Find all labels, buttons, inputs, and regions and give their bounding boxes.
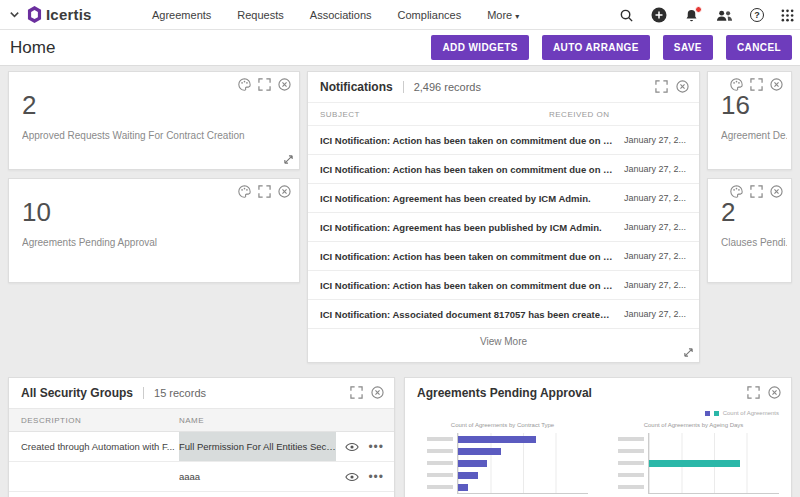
row-actions: ••• (336, 462, 394, 491)
legend-swatch-teal (714, 411, 719, 416)
widget-controls (238, 185, 291, 198)
ellipsis-menu-icon[interactable]: ••• (368, 441, 384, 453)
notifications-bell-icon[interactable] (684, 8, 699, 23)
search-icon[interactable] (619, 8, 634, 23)
close-icon[interactable] (371, 386, 384, 399)
widget-agreements-chart: Agreements Pending Approval Count of Agr… (404, 377, 792, 497)
users-icon[interactable] (716, 9, 733, 22)
expand-icon[interactable] (750, 185, 763, 198)
nav-more-label: More (487, 9, 512, 21)
expand-icon[interactable] (350, 386, 363, 399)
top-navigation-bar: Icertis Agreements Requests Associations… (0, 0, 800, 30)
chart-ageing-days: Count of Agreements by Ageing Days (608, 422, 779, 494)
add-widgets-button[interactable]: ADD WIDGETS (431, 35, 529, 60)
expand-icon[interactable] (747, 386, 760, 399)
eye-icon[interactable] (345, 442, 359, 452)
icertis-logo-icon (27, 6, 42, 23)
close-icon[interactable] (278, 185, 291, 198)
widget-approved-requests: 2 Approved Requests Waiting For Contract… (8, 71, 300, 170)
group-description: Created through Automation with F... (9, 432, 179, 461)
notification-row[interactable]: ICI Notification: Agreement has been pub… (308, 213, 699, 242)
palette-icon[interactable] (238, 78, 251, 91)
chart: Count of Agreements Count of Agreements … (417, 408, 779, 497)
expand-icon[interactable] (750, 78, 763, 91)
notification-row[interactable]: ICI Notification: Action has been taken … (308, 126, 699, 155)
nav-more[interactable]: More▾ (487, 9, 519, 21)
notification-subject: ICI Notification: Action has been taken … (308, 135, 621, 146)
help-icon[interactable]: ? (750, 8, 764, 22)
notification-date: January 27, 2... (621, 280, 699, 290)
notification-date: January 27, 2... (621, 309, 699, 319)
dashboard: 2 Approved Requests Waiting For Contract… (0, 67, 800, 497)
stat-label: Approved Requests Waiting For Contract C… (22, 130, 295, 141)
stat-label: Agreements Pending Approval (22, 237, 295, 248)
resize-handle-icon[interactable] (283, 154, 294, 165)
page-actions: ADD WIDGETS AUTO ARRANGE SAVE CANCEL (431, 35, 792, 60)
question-mark-icon: ? (750, 8, 764, 22)
brand-logo[interactable]: Icertis (27, 6, 92, 23)
chart-legend: Count of Agreements (417, 408, 779, 418)
notification-row[interactable]: ICI Notification: Agreement has been cre… (308, 184, 699, 213)
apps-grid-icon[interactable] (781, 9, 794, 22)
widget-title: Agreements Pending Approval (417, 386, 592, 400)
chart-title: Count of Agreements by Ageing Days (608, 422, 779, 431)
chevron-down-icon[interactable] (8, 8, 21, 21)
notification-subject: ICI Notification: Action has been taken … (308, 280, 621, 291)
widget-header: Notifications 2,496 records (308, 72, 699, 102)
notification-row[interactable]: ICI Notification: Action has been taken … (308, 271, 699, 300)
chart-bar (458, 472, 478, 479)
column-description[interactable]: DESCRIPTION (9, 416, 179, 425)
notification-row[interactable]: ICI Notification: Action has been taken … (308, 155, 699, 184)
notification-subject: ICI Notification: Associated document 81… (308, 309, 621, 320)
widget-title: All Security Groups (21, 386, 133, 400)
stat-label: Clauses Pendi... (721, 237, 787, 248)
widget-controls (238, 78, 291, 91)
nav-associations[interactable]: Associations (310, 9, 372, 21)
close-icon[interactable] (676, 80, 689, 93)
notification-date: January 27, 2... (621, 251, 699, 261)
palette-icon[interactable] (238, 185, 251, 198)
view-more-link[interactable]: View More (308, 329, 699, 347)
column-name[interactable]: NAME (179, 416, 394, 425)
widget-controls (655, 80, 689, 93)
auto-arrange-button[interactable]: AUTO ARRANGE (542, 35, 650, 60)
bars (457, 433, 588, 494)
table-row[interactable]: aaaa ••• (9, 462, 394, 492)
bars (648, 433, 779, 494)
widget-clauses-pending: 2 Clauses Pendi... (707, 178, 792, 283)
resize-handle-icon[interactable] (683, 347, 694, 358)
close-icon[interactable] (770, 185, 783, 198)
ellipsis-menu-icon[interactable]: ••• (368, 471, 384, 483)
save-button[interactable]: SAVE (663, 35, 713, 60)
table-row[interactable]: Created through Automation with F... Ful… (9, 432, 394, 462)
column-subject[interactable]: SUBJECT (308, 110, 549, 119)
stat-value: 2 (22, 90, 36, 121)
expand-icon[interactable] (655, 80, 668, 93)
nav-compliances[interactable]: Compliances (398, 9, 462, 21)
expand-icon[interactable] (258, 78, 271, 91)
stat-value: 16 (721, 90, 750, 121)
chart-title: Count of Agreements by Contract Type (417, 422, 588, 431)
row-actions: ••• (336, 432, 394, 461)
notification-row[interactable]: ICI Notification: Associated document 81… (308, 300, 699, 329)
plot-area (417, 433, 588, 494)
group-description (9, 462, 179, 491)
widget-security-groups: All Security Groups 15 records DESCRIPTI… (8, 377, 395, 497)
notification-date: January 27, 2... (621, 222, 699, 232)
column-received-on[interactable]: RECEIVED ON (549, 110, 699, 119)
notification-row[interactable]: ICI Notification: Action has been taken … (308, 242, 699, 271)
notification-date: January 27, 2... (621, 193, 699, 203)
nav-agreements[interactable]: Agreements (152, 9, 211, 21)
nav-requests[interactable]: Requests (237, 9, 283, 21)
expand-icon[interactable] (258, 185, 271, 198)
close-icon[interactable] (770, 78, 783, 91)
chart-contract-type: Count of Agreements by Contract Type (417, 422, 588, 494)
add-icon[interactable] (651, 7, 667, 23)
group-name-text: aaaa (179, 471, 336, 482)
eye-icon[interactable] (345, 472, 359, 482)
close-icon[interactable] (768, 386, 781, 399)
close-icon[interactable] (278, 78, 291, 91)
legend-label: Count of Agreements (723, 410, 779, 416)
y-axis-labels (608, 433, 648, 494)
cancel-button[interactable]: CANCEL (726, 35, 792, 60)
